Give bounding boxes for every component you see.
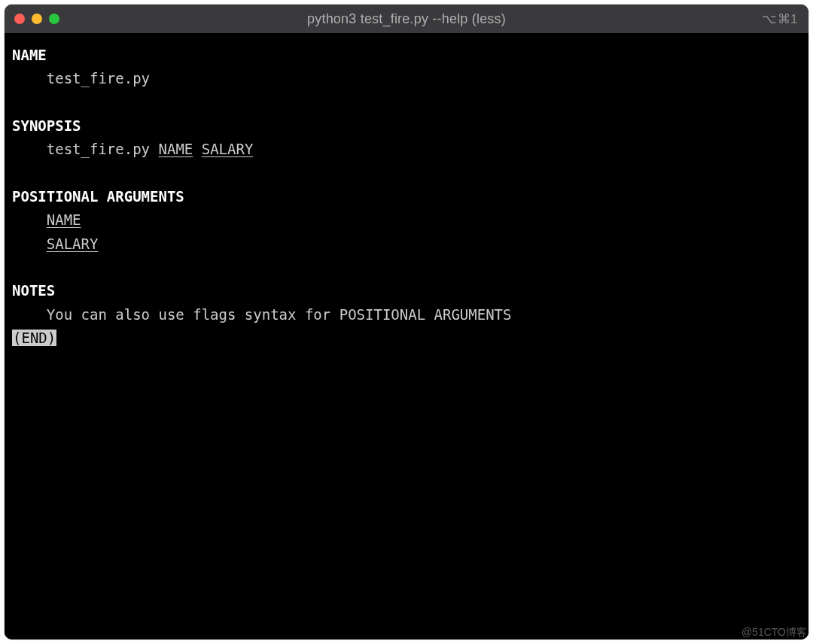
terminal-content[interactable]: NAME test_fire.py SYNOPSIS test_fire.py … [5,33,808,639]
maximize-icon[interactable] [49,14,59,24]
section-name-header: NAME [12,47,47,63]
synopsis-arg-name: NAME [159,141,193,157]
minimize-icon[interactable] [32,14,42,24]
synopsis-cmd: test_fire.py [47,141,150,157]
section-synopsis-header: SYNOPSIS [12,117,81,134]
close-icon[interactable] [14,14,25,24]
section-posargs-header: POSITIONAL ARGUMENTS [12,188,184,205]
terminal-window: python3 test_fire.py --help (less) ⌥⌘1 N… [5,5,808,639]
posarg-salary: SALARY [47,235,99,252]
section-notes-header: NOTES [12,282,55,299]
notes-body: You can also use flags syntax for POSITI… [47,306,512,323]
watermark: @51CTO博客 [741,626,807,639]
synopsis-arg-salary: SALARY [202,141,254,157]
name-value: test_fire.py [47,70,150,87]
posarg-name: NAME [47,211,81,228]
traffic-lights [5,14,59,24]
titlebar: python3 test_fire.py --help (less) ⌥⌘1 [5,5,808,33]
shortcut-indicator: ⌥⌘1 [762,11,808,27]
window-title: python3 test_fire.py --help (less) [5,11,808,27]
end-marker: (END) [12,330,56,346]
